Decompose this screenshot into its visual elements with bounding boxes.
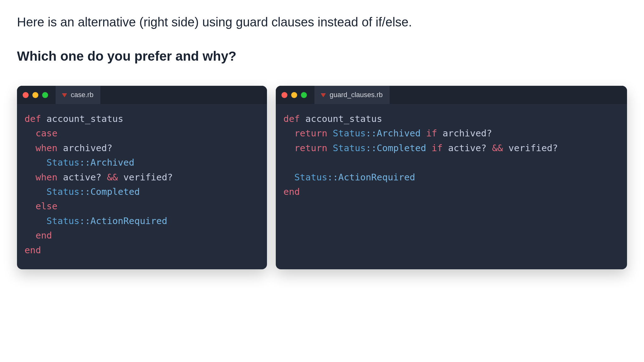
tab-label-right: guard_clauses.rb bbox=[330, 91, 383, 99]
ruby-icon bbox=[61, 92, 68, 98]
editor-guard: guard_clauses.rb def account_status retu… bbox=[276, 86, 627, 269]
traffic-lights bbox=[281, 92, 307, 98]
minimize-icon[interactable] bbox=[32, 92, 38, 98]
tab-label-left: case.rb bbox=[71, 91, 93, 99]
traffic-lights bbox=[23, 92, 48, 98]
close-icon[interactable] bbox=[281, 92, 287, 98]
titlebar-right: guard_clauses.rb bbox=[276, 86, 627, 104]
tab-guard[interactable]: guard_clauses.rb bbox=[314, 86, 390, 104]
code-block-right: def account_status return Status::Archiv… bbox=[276, 104, 627, 211]
editor-row: case.rb def account_status case when arc… bbox=[17, 86, 627, 269]
titlebar-left: case.rb bbox=[17, 86, 267, 104]
close-icon[interactable] bbox=[23, 92, 29, 98]
code-block-left: def account_status case when archived? S… bbox=[17, 104, 267, 269]
maximize-icon[interactable] bbox=[42, 92, 48, 98]
editor-case: case.rb def account_status case when arc… bbox=[17, 86, 267, 269]
question-text: Which one do you prefer and why? bbox=[17, 49, 627, 64]
minimize-icon[interactable] bbox=[291, 92, 297, 98]
maximize-icon[interactable] bbox=[301, 92, 307, 98]
intro-text: Here is an alternative (right side) usin… bbox=[17, 15, 627, 29]
ruby-icon bbox=[320, 92, 326, 98]
tab-case[interactable]: case.rb bbox=[56, 86, 100, 104]
